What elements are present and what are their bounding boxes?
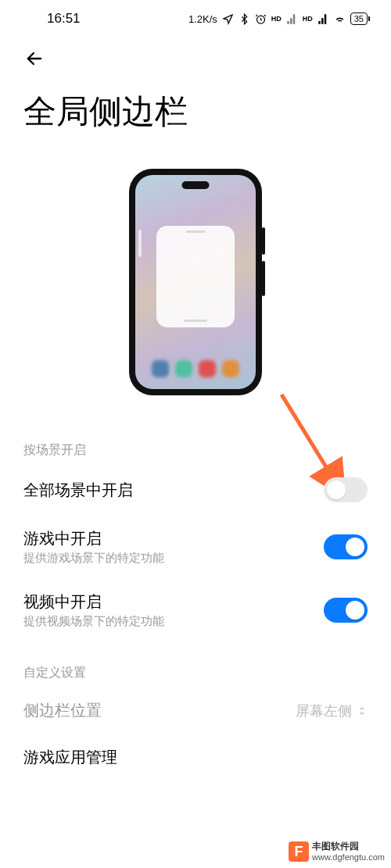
status-indicators: 1.2K/s HD HD 35 xyxy=(188,13,368,25)
setting-title: 视频中开启 xyxy=(23,591,164,613)
location-icon xyxy=(222,13,234,25)
bluetooth-icon xyxy=(239,13,250,25)
section-header-scene: 按场景开启 xyxy=(0,434,391,465)
setting-game[interactable]: 游戏中开启 提供游戏场景下的特定功能 xyxy=(0,515,391,578)
sidebar-handle-graphic xyxy=(138,230,142,257)
hd-icon-1: HD xyxy=(271,15,282,23)
setting-subtitle: 提供游戏场景下的特定功能 xyxy=(23,551,164,566)
signal-icon-2 xyxy=(317,13,329,25)
setting-title: 游戏应用管理 xyxy=(23,746,117,768)
watermark-name: 丰图软件园 xyxy=(312,841,385,852)
toggle-all-scenes[interactable] xyxy=(324,477,368,502)
chevron-updown-icon xyxy=(357,704,368,718)
setting-subtitle: 提供视频场景下的特定功能 xyxy=(23,614,164,629)
setting-video[interactable]: 视频中开启 提供视频场景下的特定功能 xyxy=(0,578,391,641)
toggle-video[interactable] xyxy=(324,598,368,623)
page-title: 全局侧边栏 xyxy=(0,78,391,149)
setting-all-scenes[interactable]: 全部场景中开启 xyxy=(0,465,391,515)
setting-title: 游戏中开启 xyxy=(23,527,164,549)
phone-illustration xyxy=(0,149,391,434)
section-header-custom: 自定义设置 xyxy=(0,657,391,688)
toggle-game[interactable] xyxy=(324,534,368,559)
status-bar: 16:51 1.2K/s HD HD 35 xyxy=(0,0,391,31)
battery-indicator: 35 xyxy=(350,13,368,25)
watermark: F 丰图软件园 www.dgfengtu.com xyxy=(289,841,385,862)
floating-window-graphic xyxy=(156,226,235,327)
hd-icon-2: HD xyxy=(303,15,313,23)
arrow-left-icon xyxy=(23,48,45,70)
wifi-icon xyxy=(334,13,346,25)
network-speed: 1.2K/s xyxy=(188,13,217,25)
setting-sidebar-position[interactable]: 侧边栏位置 屏幕左侧 xyxy=(0,688,391,734)
back-button[interactable] xyxy=(23,47,47,70)
alarm-icon xyxy=(255,13,267,25)
setting-title: 全部场景中开启 xyxy=(23,479,133,501)
watermark-logo-icon: F xyxy=(289,841,309,862)
setting-game-apps[interactable]: 游戏应用管理 xyxy=(0,734,391,771)
watermark-url: www.dgfengtu.com xyxy=(312,852,385,862)
selector-value: 屏幕左侧 xyxy=(296,702,352,720)
status-time: 16:51 xyxy=(47,11,81,27)
selector-label: 侧边栏位置 xyxy=(23,700,102,721)
signal-icon-1 xyxy=(286,13,298,25)
